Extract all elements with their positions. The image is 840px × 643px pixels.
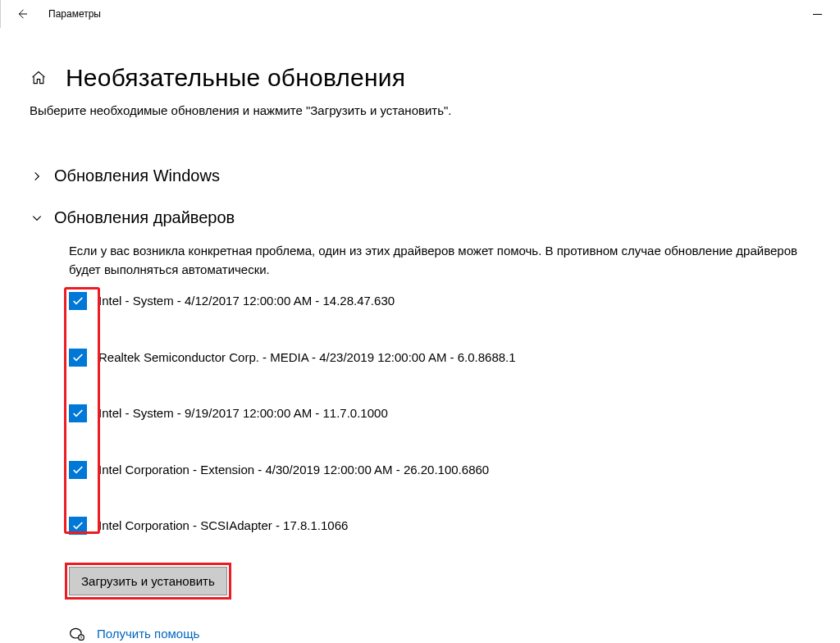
driver-label: Intel - System - 4/12/2017 12:00:00 AM -…: [98, 292, 395, 311]
driver-checkbox[interactable]: [69, 292, 87, 310]
chevron-down-icon: [30, 212, 44, 224]
page-subtitle: Выберите необходимые обновления и нажмит…: [30, 103, 840, 117]
download-install-button[interactable]: Загрузить и установить: [69, 567, 227, 595]
check-icon: [71, 351, 84, 364]
driver-checkbox[interactable]: [69, 404, 87, 422]
section-label: Обновления Windows: [54, 166, 220, 185]
check-icon: [71, 407, 84, 420]
section-label: Обновления драйверов: [54, 208, 235, 227]
check-icon: [71, 294, 84, 308]
driver-label: Realtek Semiconductor Corp. - MEDIA - 4/…: [98, 349, 516, 367]
driver-item: Intel Corporation - Extension - 4/30/201…: [69, 461, 825, 480]
driver-checkbox[interactable]: [69, 517, 87, 535]
driver-list: Intel - System - 4/12/2017 12:00:00 AM -…: [69, 292, 825, 536]
driver-label: Intel Corporation - Extension - 4/30/201…: [98, 461, 489, 480]
driver-checkbox[interactable]: [69, 461, 87, 479]
help-icon: ?: [69, 626, 85, 642]
get-help-link[interactable]: Получить помощь: [97, 625, 199, 644]
minimize-button[interactable]: [801, 2, 833, 26]
page-title: Необязательные обновления: [66, 64, 405, 92]
driver-checkbox[interactable]: [69, 349, 87, 367]
check-icon: [71, 463, 84, 477]
section-windows-updates[interactable]: Обновления Windows: [30, 166, 840, 185]
driver-label: Intel - System - 9/19/2017 12:00:00 AM -…: [98, 404, 388, 423]
home-icon: [30, 70, 47, 86]
driver-item: Intel - System - 4/12/2017 12:00:00 AM -…: [69, 292, 825, 311]
driver-label: Intel Corporation - SCSIAdapter - 17.8.1…: [98, 517, 348, 536]
chevron-right-icon: [30, 171, 44, 182]
section-driver-updates[interactable]: Обновления драйверов: [30, 208, 840, 227]
svg-text:?: ?: [80, 635, 83, 640]
minimize-icon: [813, 14, 822, 15]
home-button[interactable]: [30, 69, 48, 87]
titlebar: Параметры: [0, 0, 840, 28]
driver-item: Intel Corporation - SCSIAdapter - 17.8.1…: [69, 517, 825, 536]
driver-item: Intel - System - 9/19/2017 12:00:00 AM -…: [69, 404, 825, 423]
driver-item: Realtek Semiconductor Corp. - MEDIA - 4/…: [69, 349, 825, 367]
back-button[interactable]: [6, 7, 39, 21]
check-icon: [71, 519, 84, 532]
window-title: Параметры: [48, 8, 101, 20]
arrow-left-icon: [15, 7, 30, 21]
driver-section-description: Если у вас возникла конкретная проблема,…: [69, 242, 825, 279]
